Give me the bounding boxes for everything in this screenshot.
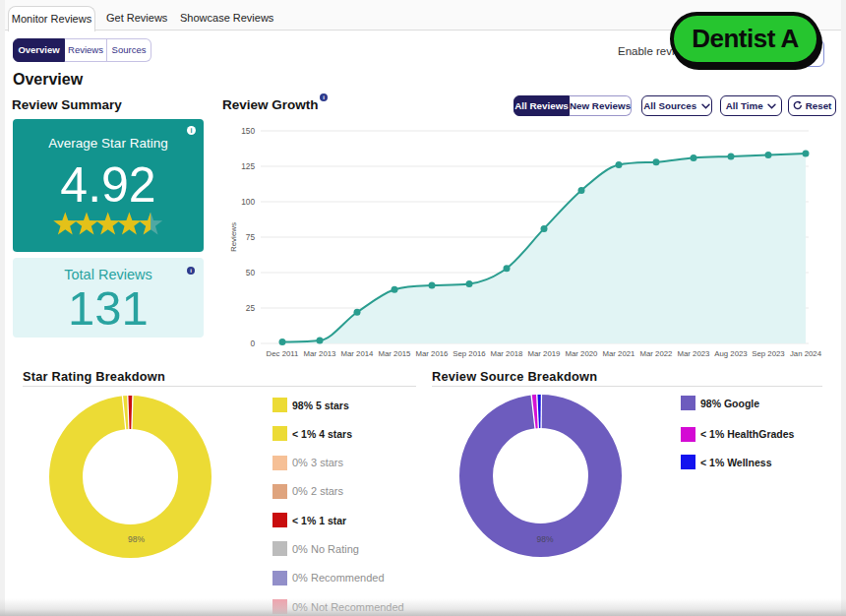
svg-text:Mar 2021: Mar 2021	[603, 349, 635, 358]
svg-text:Mar 2023: Mar 2023	[678, 349, 710, 358]
svg-text:50: 50	[246, 268, 256, 277]
svg-text:Mar 2020: Mar 2020	[566, 349, 599, 358]
svg-text:75: 75	[246, 232, 256, 242]
svg-text:Mar 2015: Mar 2015	[379, 349, 412, 358]
svg-text:Mar 2022: Mar 2022	[640, 349, 673, 358]
svg-text:Aug 2023: Aug 2023	[714, 349, 747, 358]
svg-text:Sep 2023: Sep 2023	[752, 349, 784, 358]
svg-text:0: 0	[250, 339, 255, 348]
svg-text:98%: 98%	[536, 534, 553, 544]
svg-text:Sep 2016: Sep 2016	[453, 349, 485, 358]
svg-text:Mar 2019: Mar 2019	[528, 349, 561, 358]
svg-text:125: 125	[241, 161, 255, 171]
svg-text:98%: 98%	[128, 534, 145, 544]
svg-text:Mar 2013: Mar 2013	[304, 349, 336, 358]
svg-text:150: 150	[241, 126, 255, 136]
svg-text:Dec 2011: Dec 2011	[267, 349, 299, 358]
svg-text:Reviews: Reviews	[229, 222, 238, 252]
svg-text:Jan 2024: Jan 2024	[790, 349, 822, 358]
svg-text:Mar 2014: Mar 2014	[341, 349, 375, 358]
svg-text:Mar 2016: Mar 2016	[416, 349, 449, 358]
svg-text:Mar 2018: Mar 2018	[491, 349, 523, 358]
svg-text:100: 100	[241, 197, 255, 207]
svg-text:25: 25	[246, 303, 256, 313]
